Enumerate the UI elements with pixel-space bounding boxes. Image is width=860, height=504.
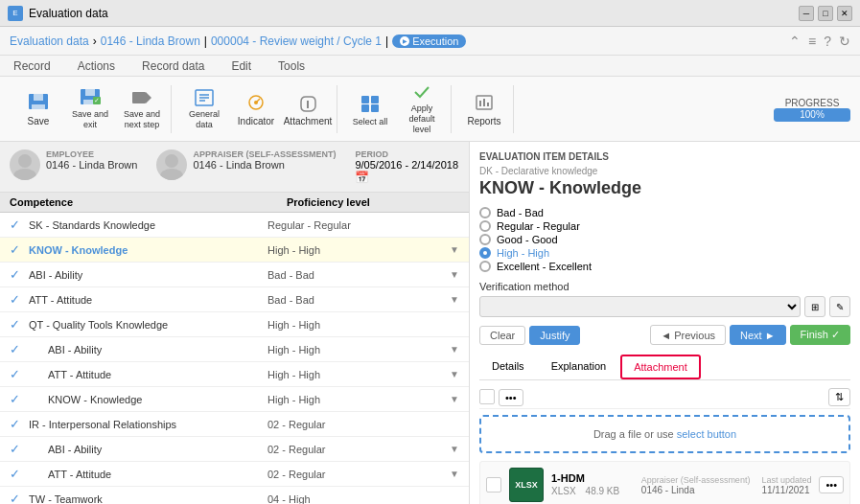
- maximize-button[interactable]: □: [818, 6, 833, 21]
- svg-text:✓: ✓: [94, 97, 100, 103]
- svg-point-27: [165, 154, 178, 168]
- apply-default-button[interactable]: Apply default level: [397, 85, 447, 133]
- table-row[interactable]: ✓ ABI - Ability High - High ▼: [0, 337, 469, 362]
- verif-grid-icon[interactable]: ⊞: [804, 296, 825, 317]
- check-icon: ✓: [10, 467, 25, 481]
- attach-sort-button[interactable]: ⇅: [828, 388, 850, 406]
- eval-item-name: KNOW - Knowledge: [479, 178, 850, 198]
- radio-label-good: Good - Good: [497, 234, 558, 245]
- refresh-icon[interactable]: ↻: [839, 34, 850, 49]
- verification-select[interactable]: [479, 296, 801, 317]
- breadcrumb-root[interactable]: Evaluation data: [10, 34, 89, 48]
- row-competence-name: ATT - Attitude: [29, 469, 267, 480]
- breadcrumb-sep3: |: [385, 34, 388, 48]
- menu-record[interactable]: Record: [10, 57, 55, 75]
- file-menu-button[interactable]: •••: [819, 476, 844, 493]
- table-row[interactable]: ✓ KNOW - Knowledge High - High ▼: [0, 387, 469, 412]
- file-checkbox[interactable]: [486, 477, 501, 493]
- file-size: 48.9 KB: [586, 486, 620, 496]
- help-icon[interactable]: ?: [824, 34, 831, 49]
- previous-button[interactable]: ◄ Previous: [650, 325, 726, 345]
- indicator-icon: [244, 91, 267, 114]
- next-button[interactable]: Next ►: [730, 325, 786, 345]
- indicator-button[interactable]: Indicator: [231, 85, 281, 133]
- menu-record-data[interactable]: Record data: [138, 57, 208, 75]
- table-row[interactable]: ✓ ATT - Attitude High - High ▼: [0, 362, 469, 387]
- radio-excellent[interactable]: Excellent - Excellent: [479, 260, 850, 273]
- apply-default-label: Apply default level: [401, 103, 443, 134]
- menu-tools[interactable]: Tools: [274, 57, 309, 75]
- radio-high[interactable]: High - High: [479, 246, 850, 260]
- file-metadata: Appraiser (Self-assessment) 0146 - Linda…: [641, 475, 812, 495]
- breadcrumb-item2[interactable]: 000004 - Review weight / Cycle 1: [211, 34, 382, 48]
- finish-button[interactable]: Finish ✓: [790, 325, 850, 345]
- radio-label-regular: Regular - Regular: [497, 220, 580, 232]
- attachment-toolbar-button[interactable]: Attachment: [283, 85, 333, 133]
- apply-default-icon: [410, 82, 433, 102]
- menu-edit[interactable]: Edit: [227, 57, 255, 75]
- title-bar: E Evaluation data ─ □ ✕: [0, 0, 860, 27]
- table-row[interactable]: ✓ ABI - Ability 02 - Regular ▼: [0, 437, 469, 462]
- general-data-button[interactable]: General data: [179, 85, 229, 133]
- window-controls[interactable]: ─ □ ✕: [799, 6, 852, 21]
- attach-select-all-checkbox[interactable]: [479, 389, 495, 404]
- file-info: 1-HDM XLSX 48.9 KB: [551, 472, 634, 497]
- table-row[interactable]: ✓ QT - Quality Tools Knowledge High - Hi…: [0, 312, 469, 337]
- chevron-down-icon: ▼: [440, 394, 459, 404]
- reports-button[interactable]: Reports: [459, 85, 509, 133]
- clear-button[interactable]: Clear: [479, 326, 525, 345]
- save-next-button[interactable]: Save and next step: [117, 85, 167, 133]
- row-proficiency: Bad - Bad: [267, 269, 440, 281]
- chevron-down-icon: ▼: [440, 269, 459, 280]
- row-competence-name: QT - Quality Tools Knowledge: [29, 319, 267, 331]
- chevron-up-icon[interactable]: ⌃: [789, 34, 801, 49]
- calendar-icon[interactable]: 📅: [355, 171, 369, 184]
- tab-attachment[interactable]: Attachment: [620, 355, 701, 379]
- save-next-label: Save and next step: [121, 109, 163, 130]
- verification-input-area: ⊞ ✎: [479, 296, 850, 317]
- table-row[interactable]: ✓ ATT - Attitude 02 - Regular ▼: [0, 462, 469, 487]
- xlsx-label: XLSX: [515, 480, 538, 490]
- main-content: EMPLOYEE 0146 - Linda Brown APPRAISER (S…: [0, 142, 860, 504]
- radio-dot-good: [479, 234, 491, 245]
- table-row[interactable]: ✓ ATT - Attitude Bad - Bad ▼: [0, 287, 469, 312]
- svg-rect-19: [361, 104, 369, 112]
- justify-button[interactable]: Justify: [529, 326, 580, 345]
- attach-menu-button[interactable]: •••: [499, 389, 523, 406]
- radio-dot-bad: [479, 207, 491, 218]
- radio-label-excellent: Excellent - Excellent: [497, 261, 592, 272]
- close-button[interactable]: ✕: [837, 6, 852, 21]
- radio-bad[interactable]: Bad - Bad: [479, 206, 850, 219]
- table-row[interactable]: ✓ KNOW - Knowledge High - High ▼: [0, 238, 469, 263]
- svg-marker-9: [146, 92, 151, 103]
- tab-explanation[interactable]: Explanation: [539, 355, 619, 379]
- select-all-button[interactable]: Select all: [345, 85, 395, 133]
- radio-regular[interactable]: Regular - Regular: [479, 219, 850, 233]
- appraiser-meta-name: 0146 - Linda: [641, 485, 751, 495]
- select-all-icon: [359, 92, 382, 115]
- save-icon: [27, 91, 50, 114]
- radio-dot-high: [479, 247, 491, 259]
- row-competence-name: SK - Standards Knowledge: [29, 219, 267, 231]
- save-next-icon: [130, 88, 153, 107]
- tab-details[interactable]: Details: [479, 355, 537, 379]
- svg-rect-17: [361, 96, 369, 103]
- svg-rect-4: [85, 89, 95, 96]
- svg-point-25: [18, 154, 32, 168]
- breadcrumb-item1[interactable]: 0146 - Linda Brown: [101, 34, 200, 48]
- file-item: XLSX 1-HDM XLSX 48.9 KB Appraiser (Self-…: [479, 461, 850, 504]
- select-button-link[interactable]: select button: [677, 428, 736, 440]
- verif-edit-icon[interactable]: ✎: [829, 296, 850, 317]
- menu-actions[interactable]: Actions: [74, 57, 119, 75]
- table-row[interactable]: ✓ SK - Standards Knowledge Regular - Reg…: [0, 213, 469, 238]
- radio-good[interactable]: Good - Good: [479, 233, 850, 246]
- table-row[interactable]: ✓ TW - Teamwork 04 - High: [0, 487, 469, 504]
- save-exit-button[interactable]: ✓ Save and exit: [65, 85, 115, 133]
- minimize-button[interactable]: ─: [799, 6, 814, 21]
- table-row[interactable]: ✓ IR - Interpersonal Relationships 02 - …: [0, 412, 469, 437]
- list-icon[interactable]: ≡: [808, 34, 816, 49]
- attachment-toolbar: ••• ⇅: [479, 386, 850, 409]
- table-row[interactable]: ✓ ABI - Ability Bad - Bad ▼: [0, 263, 469, 287]
- employee-block: EMPLOYEE 0146 - Linda Brown: [10, 149, 137, 184]
- save-button[interactable]: Save: [13, 85, 63, 133]
